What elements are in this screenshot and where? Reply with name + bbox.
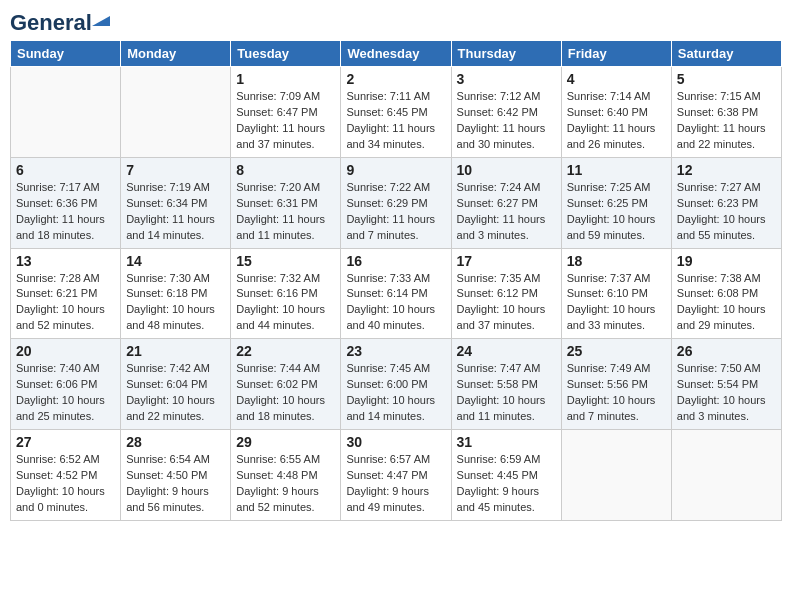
day-info: Sunrise: 7:50 AMSunset: 5:54 PMDaylight:… [677, 361, 776, 425]
day-number: 10 [457, 162, 556, 178]
day-info: Sunrise: 6:59 AMSunset: 4:45 PMDaylight:… [457, 452, 556, 516]
day-number: 7 [126, 162, 225, 178]
day-number: 15 [236, 253, 335, 269]
calendar-cell [11, 67, 121, 158]
day-number: 4 [567, 71, 666, 87]
day-number: 20 [16, 343, 115, 359]
weekday-header: Sunday [11, 41, 121, 67]
day-number: 31 [457, 434, 556, 450]
weekday-header: Saturday [671, 41, 781, 67]
calendar-cell: 7Sunrise: 7:19 AMSunset: 6:34 PMDaylight… [121, 157, 231, 248]
day-info: Sunrise: 7:11 AMSunset: 6:45 PMDaylight:… [346, 89, 445, 153]
day-number: 18 [567, 253, 666, 269]
calendar-cell: 4Sunrise: 7:14 AMSunset: 6:40 PMDaylight… [561, 67, 671, 158]
calendar-row: 13Sunrise: 7:28 AMSunset: 6:21 PMDayligh… [11, 248, 782, 339]
calendar-cell: 28Sunrise: 6:54 AMSunset: 4:50 PMDayligh… [121, 430, 231, 521]
calendar-cell: 18Sunrise: 7:37 AMSunset: 6:10 PMDayligh… [561, 248, 671, 339]
weekday-header: Wednesday [341, 41, 451, 67]
day-number: 3 [457, 71, 556, 87]
day-number: 6 [16, 162, 115, 178]
calendar-cell: 13Sunrise: 7:28 AMSunset: 6:21 PMDayligh… [11, 248, 121, 339]
day-info: Sunrise: 7:14 AMSunset: 6:40 PMDaylight:… [567, 89, 666, 153]
calendar-cell: 22Sunrise: 7:44 AMSunset: 6:02 PMDayligh… [231, 339, 341, 430]
day-number: 17 [457, 253, 556, 269]
day-info: Sunrise: 7:28 AMSunset: 6:21 PMDaylight:… [16, 271, 115, 335]
day-info: Sunrise: 6:55 AMSunset: 4:48 PMDaylight:… [236, 452, 335, 516]
day-info: Sunrise: 7:20 AMSunset: 6:31 PMDaylight:… [236, 180, 335, 244]
day-number: 9 [346, 162, 445, 178]
day-number: 2 [346, 71, 445, 87]
calendar-cell: 1Sunrise: 7:09 AMSunset: 6:47 PMDaylight… [231, 67, 341, 158]
day-info: Sunrise: 6:52 AMSunset: 4:52 PMDaylight:… [16, 452, 115, 516]
day-number: 24 [457, 343, 556, 359]
day-info: Sunrise: 7:19 AMSunset: 6:34 PMDaylight:… [126, 180, 225, 244]
day-info: Sunrise: 6:57 AMSunset: 4:47 PMDaylight:… [346, 452, 445, 516]
calendar-cell: 8Sunrise: 7:20 AMSunset: 6:31 PMDaylight… [231, 157, 341, 248]
weekday-header: Tuesday [231, 41, 341, 67]
day-number: 5 [677, 71, 776, 87]
weekday-header: Thursday [451, 41, 561, 67]
calendar-table: SundayMondayTuesdayWednesdayThursdayFrid… [10, 40, 782, 521]
weekday-header: Monday [121, 41, 231, 67]
calendar-cell: 30Sunrise: 6:57 AMSunset: 4:47 PMDayligh… [341, 430, 451, 521]
day-info: Sunrise: 7:45 AMSunset: 6:00 PMDaylight:… [346, 361, 445, 425]
day-number: 13 [16, 253, 115, 269]
calendar-cell [121, 67, 231, 158]
calendar-cell: 17Sunrise: 7:35 AMSunset: 6:12 PMDayligh… [451, 248, 561, 339]
weekday-header-row: SundayMondayTuesdayWednesdayThursdayFrid… [11, 41, 782, 67]
day-info: Sunrise: 7:35 AMSunset: 6:12 PMDaylight:… [457, 271, 556, 335]
day-number: 28 [126, 434, 225, 450]
logo: General [10, 10, 92, 32]
day-number: 19 [677, 253, 776, 269]
day-info: Sunrise: 7:42 AMSunset: 6:04 PMDaylight:… [126, 361, 225, 425]
day-info: Sunrise: 7:32 AMSunset: 6:16 PMDaylight:… [236, 271, 335, 335]
calendar-cell: 14Sunrise: 7:30 AMSunset: 6:18 PMDayligh… [121, 248, 231, 339]
day-info: Sunrise: 7:37 AMSunset: 6:10 PMDaylight:… [567, 271, 666, 335]
day-info: Sunrise: 7:49 AMSunset: 5:56 PMDaylight:… [567, 361, 666, 425]
day-info: Sunrise: 6:54 AMSunset: 4:50 PMDaylight:… [126, 452, 225, 516]
day-number: 29 [236, 434, 335, 450]
day-info: Sunrise: 7:24 AMSunset: 6:27 PMDaylight:… [457, 180, 556, 244]
calendar-cell: 29Sunrise: 6:55 AMSunset: 4:48 PMDayligh… [231, 430, 341, 521]
calendar-row: 1Sunrise: 7:09 AMSunset: 6:47 PMDaylight… [11, 67, 782, 158]
calendar-cell: 15Sunrise: 7:32 AMSunset: 6:16 PMDayligh… [231, 248, 341, 339]
calendar-cell [671, 430, 781, 521]
weekday-header: Friday [561, 41, 671, 67]
day-info: Sunrise: 7:12 AMSunset: 6:42 PMDaylight:… [457, 89, 556, 153]
day-info: Sunrise: 7:22 AMSunset: 6:29 PMDaylight:… [346, 180, 445, 244]
day-number: 14 [126, 253, 225, 269]
svg-marker-0 [92, 16, 110, 26]
calendar-row: 6Sunrise: 7:17 AMSunset: 6:36 PMDaylight… [11, 157, 782, 248]
calendar-cell: 10Sunrise: 7:24 AMSunset: 6:27 PMDayligh… [451, 157, 561, 248]
calendar-cell: 19Sunrise: 7:38 AMSunset: 6:08 PMDayligh… [671, 248, 781, 339]
day-number: 16 [346, 253, 445, 269]
calendar-cell: 27Sunrise: 6:52 AMSunset: 4:52 PMDayligh… [11, 430, 121, 521]
logo-icon [92, 12, 110, 26]
day-info: Sunrise: 7:44 AMSunset: 6:02 PMDaylight:… [236, 361, 335, 425]
day-info: Sunrise: 7:25 AMSunset: 6:25 PMDaylight:… [567, 180, 666, 244]
day-number: 27 [16, 434, 115, 450]
day-info: Sunrise: 7:30 AMSunset: 6:18 PMDaylight:… [126, 271, 225, 335]
day-info: Sunrise: 7:09 AMSunset: 6:47 PMDaylight:… [236, 89, 335, 153]
calendar-cell: 26Sunrise: 7:50 AMSunset: 5:54 PMDayligh… [671, 339, 781, 430]
day-number: 23 [346, 343, 445, 359]
day-info: Sunrise: 7:33 AMSunset: 6:14 PMDaylight:… [346, 271, 445, 335]
calendar-cell: 20Sunrise: 7:40 AMSunset: 6:06 PMDayligh… [11, 339, 121, 430]
calendar-row: 20Sunrise: 7:40 AMSunset: 6:06 PMDayligh… [11, 339, 782, 430]
calendar-cell: 24Sunrise: 7:47 AMSunset: 5:58 PMDayligh… [451, 339, 561, 430]
calendar-cell [561, 430, 671, 521]
calendar-cell: 12Sunrise: 7:27 AMSunset: 6:23 PMDayligh… [671, 157, 781, 248]
calendar-cell: 21Sunrise: 7:42 AMSunset: 6:04 PMDayligh… [121, 339, 231, 430]
calendar-cell: 6Sunrise: 7:17 AMSunset: 6:36 PMDaylight… [11, 157, 121, 248]
calendar-cell: 3Sunrise: 7:12 AMSunset: 6:42 PMDaylight… [451, 67, 561, 158]
calendar-cell: 11Sunrise: 7:25 AMSunset: 6:25 PMDayligh… [561, 157, 671, 248]
calendar-cell: 23Sunrise: 7:45 AMSunset: 6:00 PMDayligh… [341, 339, 451, 430]
day-number: 26 [677, 343, 776, 359]
day-number: 8 [236, 162, 335, 178]
logo-general: General [10, 10, 92, 35]
day-number: 30 [346, 434, 445, 450]
day-number: 12 [677, 162, 776, 178]
day-info: Sunrise: 7:47 AMSunset: 5:58 PMDaylight:… [457, 361, 556, 425]
page-header: General [10, 10, 782, 32]
day-info: Sunrise: 7:38 AMSunset: 6:08 PMDaylight:… [677, 271, 776, 335]
